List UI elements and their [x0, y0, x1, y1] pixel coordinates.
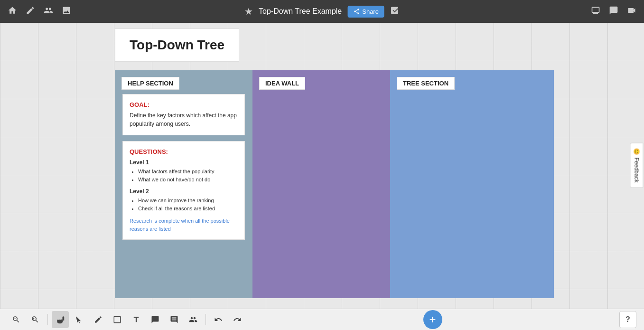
shape-tool-button[interactable]	[109, 311, 126, 328]
list-item: Check if all the reasons are listed	[138, 205, 238, 213]
tree-section: TREE SECTION	[390, 70, 554, 298]
sections-row: HELP SECTION GOAL: Define the key factor…	[115, 70, 554, 298]
level1-items: What factors affect the popularity What …	[130, 168, 238, 183]
list-item: What factors affect the popularity	[138, 168, 238, 176]
goal-card: GOAL: Define the key factors which affec…	[122, 94, 245, 135]
toolbar-center: ★ Top-Down Tree Example Share	[244, 6, 400, 18]
main-title: Top-Down Tree	[130, 38, 224, 53]
feedback-label: Feedback	[634, 157, 640, 182]
video-icon[interactable]	[627, 6, 636, 18]
user-cursor-button[interactable]	[185, 311, 202, 328]
idea-wall-label: IDEA WALL	[259, 77, 305, 90]
idea-wall-section: IDEA WALL	[252, 70, 390, 298]
document-title: Top-Down Tree Example	[259, 7, 342, 16]
share-button[interactable]: Share	[347, 6, 384, 18]
bottom-tools	[8, 311, 246, 328]
monitor-icon[interactable]	[591, 6, 600, 18]
chat-icon[interactable]	[609, 6, 618, 18]
goal-text: Define the key factors which affect the …	[130, 111, 238, 128]
level1-title: Level 1	[130, 159, 238, 166]
star-icon[interactable]: ★	[244, 6, 253, 17]
toolbar-left-icons	[8, 6, 71, 18]
list-item: How we can improve the ranking	[138, 197, 238, 205]
svg-rect-0	[114, 316, 121, 323]
toolbar-divider-1	[47, 314, 48, 325]
level2-items: How we can improve the ranking Check if …	[130, 197, 238, 212]
level2-title: Level 2	[130, 188, 238, 195]
feedback-tab[interactable]: 😊 Feedback	[630, 142, 644, 188]
sticky-tool-button[interactable]	[147, 311, 164, 328]
toolbar-divider-2	[205, 314, 206, 325]
top-toolbar: ★ Top-Down Tree Example Share	[0, 0, 644, 23]
zoom-out-button[interactable]	[8, 311, 25, 328]
help-button[interactable]: ?	[619, 311, 636, 328]
hand-tool-button[interactable]	[52, 311, 69, 328]
pointer-tool-button[interactable]	[71, 311, 88, 328]
home-icon[interactable]	[8, 6, 17, 18]
help-section-label: HELP SECTION	[121, 77, 179, 90]
images-icon[interactable]	[62, 6, 71, 18]
zoom-in-button[interactable]	[27, 311, 44, 328]
tree-section-label: TREE SECTION	[397, 77, 455, 90]
help-section: HELP SECTION GOAL: Define the key factor…	[115, 70, 252, 298]
goal-label: GOAL:	[130, 101, 238, 108]
list-item: What we do not have/do not do	[138, 176, 238, 184]
main-title-card: Top-Down Tree	[115, 28, 239, 62]
undo-button[interactable]	[210, 311, 227, 328]
feedback-emoji: 😊	[634, 148, 640, 155]
people-icon[interactable]	[44, 6, 53, 18]
questions-card: QUESTIONS: Level 1 What factors affect t…	[122, 141, 245, 240]
layers-icon[interactable]	[26, 6, 35, 18]
toolbar-right-icons	[591, 6, 636, 18]
add-button[interactable]: +	[423, 310, 442, 329]
present-icon[interactable]	[390, 6, 400, 18]
redo-button[interactable]	[229, 311, 246, 328]
canvas-area[interactable]: Top-Down Tree HELP SECTION GOAL: Define …	[0, 23, 644, 309]
questions-label: QUESTIONS:	[130, 148, 238, 155]
bottom-toolbar: + ?	[0, 309, 644, 330]
research-complete-text: Research is complete when all the possib…	[130, 217, 238, 233]
text-tool-button[interactable]	[128, 311, 145, 328]
comment-tool-button[interactable]	[166, 311, 183, 328]
pen-tool-button[interactable]	[90, 311, 107, 328]
